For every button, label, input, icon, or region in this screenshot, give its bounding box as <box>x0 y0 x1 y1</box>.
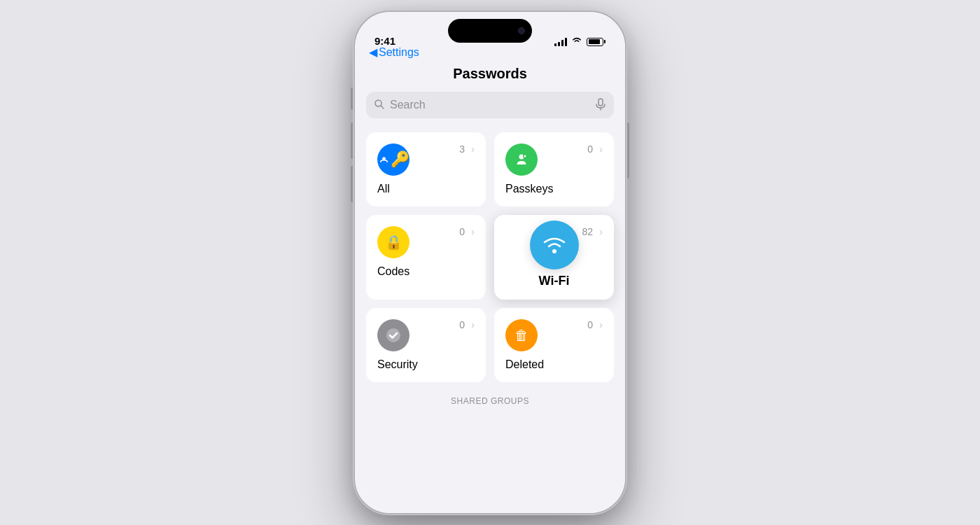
svg-point-9 <box>524 155 526 158</box>
card-codes[interactable]: 🔒 0 › Codes <box>366 215 486 300</box>
security-label: Security <box>377 358 475 371</box>
card-passkeys[interactable]: 0 › Passkeys <box>494 132 614 206</box>
search-icon <box>374 99 384 111</box>
page-title: Passwords <box>355 63 625 92</box>
passkeys-label: Passkeys <box>505 183 603 195</box>
all-count: 3 <box>459 144 465 155</box>
wifi-count: 82 <box>582 226 593 237</box>
screen: 9:41 <box>355 12 625 513</box>
deleted-chevron: › <box>599 319 603 330</box>
passkeys-icon <box>505 144 538 176</box>
search-bar[interactable]: Search <box>366 92 614 118</box>
svg-line-1 <box>381 106 384 108</box>
mic-icon[interactable] <box>596 98 606 113</box>
phone-wrapper: 9:41 <box>354 10 626 514</box>
status-right <box>554 36 606 47</box>
passkeys-count: 0 <box>587 144 593 155</box>
status-left: 9:41 <box>374 35 396 47</box>
security-icon <box>377 319 410 351</box>
camera-dot <box>518 27 525 34</box>
all-label: All <box>377 183 475 195</box>
svg-point-10 <box>552 249 556 253</box>
status-time: 9:41 <box>374 35 396 47</box>
svg-rect-2 <box>598 99 603 106</box>
codes-label: Codes <box>377 265 475 278</box>
passkeys-chevron: › <box>599 144 603 155</box>
dynamic-island <box>448 19 532 43</box>
codes-chevron: › <box>471 226 475 237</box>
phone-frame: 9:41 <box>354 10 626 514</box>
codes-count: 0 <box>459 226 465 237</box>
security-count: 0 <box>459 319 465 330</box>
signal-icon <box>554 38 567 46</box>
wifi-chevron: › <box>599 226 603 237</box>
category-grid: 🔑 3 › All 0 <box>355 132 625 382</box>
card-all[interactable]: 🔑 3 › All <box>366 132 486 206</box>
all-icon: 🔑 <box>377 144 410 176</box>
card-wifi[interactable]: 82 › Wi-Fi <box>494 215 614 300</box>
codes-icon: 🔒 <box>377 226 410 258</box>
wifi-icon <box>530 220 579 270</box>
deleted-icon: 🗑 <box>505 319 538 351</box>
signal-bar-4 <box>565 38 567 46</box>
shared-groups-label: SHARED GROUPS <box>355 382 625 406</box>
signal-bar-1 <box>554 43 556 46</box>
battery-icon <box>587 38 606 46</box>
card-deleted[interactable]: 🗑 0 › Deleted <box>494 308 614 382</box>
security-chevron: › <box>471 319 475 330</box>
signal-bar-3 <box>561 40 564 46</box>
card-security[interactable]: 0 › Security <box>366 308 486 382</box>
power-button[interactable] <box>626 122 629 178</box>
all-chevron: › <box>471 144 475 155</box>
svg-point-11 <box>386 328 400 342</box>
status-bar: 9:41 <box>355 12 625 51</box>
deleted-label: Deleted <box>505 358 603 371</box>
deleted-count: 0 <box>587 319 593 330</box>
wifi-label: Wi-Fi <box>539 274 570 288</box>
signal-bar-2 <box>558 42 560 46</box>
search-placeholder: Search <box>390 99 590 111</box>
wifi-status-icon <box>571 36 582 47</box>
